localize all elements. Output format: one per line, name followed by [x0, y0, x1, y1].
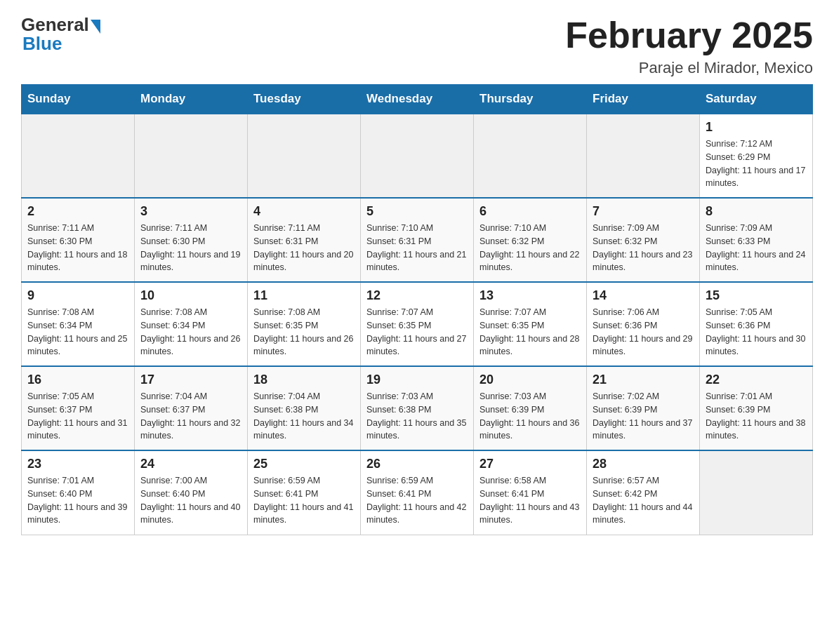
day-number: 20	[479, 373, 581, 387]
day-info: Sunrise: 7:12 AMSunset: 6:29 PMDaylight:…	[706, 137, 807, 190]
day-cell	[474, 114, 587, 198]
day-info: Sunrise: 7:08 AMSunset: 6:35 PMDaylight:…	[253, 306, 355, 358]
day-cell: 8Sunrise: 7:09 AMSunset: 6:33 PMDaylight…	[700, 198, 813, 282]
day-number: 22	[706, 373, 807, 387]
day-info: Sunrise: 6:57 AMSunset: 6:42 PMDaylight:…	[593, 474, 694, 527]
day-cell: 21Sunrise: 7:02 AMSunset: 6:39 PMDayligh…	[587, 366, 700, 450]
day-info: Sunrise: 7:10 AMSunset: 6:31 PMDaylight:…	[366, 222, 468, 274]
calendar-body: 1Sunrise: 7:12 AMSunset: 6:29 PMDaylight…	[22, 114, 813, 535]
day-cell: 14Sunrise: 7:06 AMSunset: 6:36 PMDayligh…	[587, 282, 700, 366]
day-cell: 5Sunrise: 7:10 AMSunset: 6:31 PMDaylight…	[361, 198, 474, 282]
day-number: 17	[140, 373, 241, 387]
day-info: Sunrise: 7:04 AMSunset: 6:37 PMDaylight:…	[140, 390, 241, 443]
day-cell: 22Sunrise: 7:01 AMSunset: 6:39 PMDayligh…	[700, 366, 813, 450]
day-cell: 3Sunrise: 7:11 AMSunset: 6:30 PMDaylight…	[135, 198, 248, 282]
day-info: Sunrise: 7:05 AMSunset: 6:36 PMDaylight:…	[706, 306, 807, 358]
day-info: Sunrise: 7:03 AMSunset: 6:39 PMDaylight:…	[479, 390, 581, 443]
day-cell: 23Sunrise: 7:01 AMSunset: 6:40 PMDayligh…	[22, 450, 135, 535]
day-info: Sunrise: 7:01 AMSunset: 6:40 PMDaylight:…	[27, 474, 128, 527]
day-cell	[248, 114, 361, 198]
calendar-table: Sunday Monday Tuesday Wednesday Thursday…	[21, 84, 813, 535]
week-row-2: 9Sunrise: 7:08 AMSunset: 6:34 PMDaylight…	[22, 282, 813, 366]
day-number: 11	[253, 288, 355, 303]
day-number: 23	[27, 457, 128, 471]
day-info: Sunrise: 7:11 AMSunset: 6:31 PMDaylight:…	[253, 222, 355, 274]
day-number: 28	[593, 457, 694, 471]
day-info: Sunrise: 7:03 AMSunset: 6:38 PMDaylight:…	[366, 390, 468, 443]
calendar-header: Sunday Monday Tuesday Wednesday Thursday…	[22, 85, 813, 114]
day-number: 10	[140, 288, 241, 303]
col-thursday: Thursday	[474, 85, 587, 114]
day-cell	[22, 114, 135, 198]
day-cell: 2Sunrise: 7:11 AMSunset: 6:30 PMDaylight…	[22, 198, 135, 282]
day-number: 3	[140, 204, 241, 219]
day-info: Sunrise: 7:11 AMSunset: 6:30 PMDaylight:…	[27, 222, 128, 274]
col-sunday: Sunday	[22, 85, 135, 114]
day-cell: 4Sunrise: 7:11 AMSunset: 6:31 PMDaylight…	[248, 198, 361, 282]
day-cell	[587, 114, 700, 198]
week-row-3: 16Sunrise: 7:05 AMSunset: 6:37 PMDayligh…	[22, 366, 813, 450]
col-saturday: Saturday	[700, 85, 813, 114]
col-tuesday: Tuesday	[248, 85, 361, 114]
day-number: 13	[479, 288, 581, 303]
day-info: Sunrise: 7:07 AMSunset: 6:35 PMDaylight:…	[479, 306, 581, 358]
day-number: 7	[593, 204, 694, 219]
day-info: Sunrise: 7:10 AMSunset: 6:32 PMDaylight:…	[479, 222, 581, 274]
day-number: 19	[366, 373, 468, 387]
week-row-1: 2Sunrise: 7:11 AMSunset: 6:30 PMDaylight…	[22, 198, 813, 282]
day-number: 6	[479, 204, 581, 219]
day-info: Sunrise: 6:58 AMSunset: 6:41 PMDaylight:…	[479, 474, 581, 527]
day-info: Sunrise: 6:59 AMSunset: 6:41 PMDaylight:…	[366, 474, 468, 527]
day-info: Sunrise: 7:07 AMSunset: 6:35 PMDaylight:…	[366, 306, 468, 358]
day-number: 24	[140, 457, 241, 471]
day-cell: 25Sunrise: 6:59 AMSunset: 6:41 PMDayligh…	[248, 450, 361, 535]
day-number: 4	[253, 204, 355, 219]
day-cell: 26Sunrise: 6:59 AMSunset: 6:41 PMDayligh…	[361, 450, 474, 535]
day-cell: 20Sunrise: 7:03 AMSunset: 6:39 PMDayligh…	[474, 366, 587, 450]
day-cell: 19Sunrise: 7:03 AMSunset: 6:38 PMDayligh…	[361, 366, 474, 450]
day-cell	[361, 114, 474, 198]
day-number: 8	[706, 204, 807, 219]
day-number: 26	[366, 457, 468, 471]
day-number: 14	[593, 288, 694, 303]
day-info: Sunrise: 6:59 AMSunset: 6:41 PMDaylight:…	[253, 474, 355, 527]
calendar-subtitle: Paraje el Mirador, Mexico	[565, 59, 813, 77]
day-info: Sunrise: 7:01 AMSunset: 6:39 PMDaylight:…	[706, 390, 807, 443]
day-info: Sunrise: 7:04 AMSunset: 6:38 PMDaylight:…	[253, 390, 355, 443]
day-number: 16	[27, 373, 128, 387]
day-cell: 28Sunrise: 6:57 AMSunset: 6:42 PMDayligh…	[587, 450, 700, 535]
day-info: Sunrise: 7:02 AMSunset: 6:39 PMDaylight:…	[593, 390, 694, 443]
day-info: Sunrise: 7:11 AMSunset: 6:30 PMDaylight:…	[140, 222, 241, 274]
day-info: Sunrise: 7:08 AMSunset: 6:34 PMDaylight:…	[27, 306, 128, 358]
day-cell: 17Sunrise: 7:04 AMSunset: 6:37 PMDayligh…	[135, 366, 248, 450]
day-cell: 11Sunrise: 7:08 AMSunset: 6:35 PMDayligh…	[248, 282, 361, 366]
day-number: 5	[366, 204, 468, 219]
day-cell: 10Sunrise: 7:08 AMSunset: 6:34 PMDayligh…	[135, 282, 248, 366]
day-info: Sunrise: 7:09 AMSunset: 6:33 PMDaylight:…	[706, 222, 807, 274]
day-info: Sunrise: 7:05 AMSunset: 6:37 PMDaylight:…	[27, 390, 128, 443]
day-cell: 9Sunrise: 7:08 AMSunset: 6:34 PMDaylight…	[22, 282, 135, 366]
day-cell: 12Sunrise: 7:07 AMSunset: 6:35 PMDayligh…	[361, 282, 474, 366]
col-wednesday: Wednesday	[361, 85, 474, 114]
day-cell	[700, 450, 813, 535]
day-number: 1	[706, 120, 807, 135]
calendar-title: February 2025	[565, 14, 813, 56]
day-number: 21	[593, 373, 694, 387]
day-number: 12	[366, 288, 468, 303]
day-info: Sunrise: 7:08 AMSunset: 6:34 PMDaylight:…	[140, 306, 241, 358]
week-row-4: 23Sunrise: 7:01 AMSunset: 6:40 PMDayligh…	[22, 450, 813, 535]
day-cell: 7Sunrise: 7:09 AMSunset: 6:32 PMDaylight…	[587, 198, 700, 282]
day-info: Sunrise: 7:06 AMSunset: 6:36 PMDaylight:…	[593, 306, 694, 358]
day-number: 18	[253, 373, 355, 387]
day-number: 27	[479, 457, 581, 471]
day-info: Sunrise: 7:09 AMSunset: 6:32 PMDaylight:…	[593, 222, 694, 274]
day-cell	[135, 114, 248, 198]
week-row-0: 1Sunrise: 7:12 AMSunset: 6:29 PMDaylight…	[22, 114, 813, 198]
day-cell: 6Sunrise: 7:10 AMSunset: 6:32 PMDaylight…	[474, 198, 587, 282]
logo: General Blue	[21, 14, 100, 55]
page-header: General Blue February 2025 Paraje el Mir…	[21, 14, 813, 77]
col-monday: Monday	[135, 85, 248, 114]
day-number: 15	[706, 288, 807, 303]
day-number: 2	[27, 204, 128, 219]
day-number: 9	[27, 288, 128, 303]
